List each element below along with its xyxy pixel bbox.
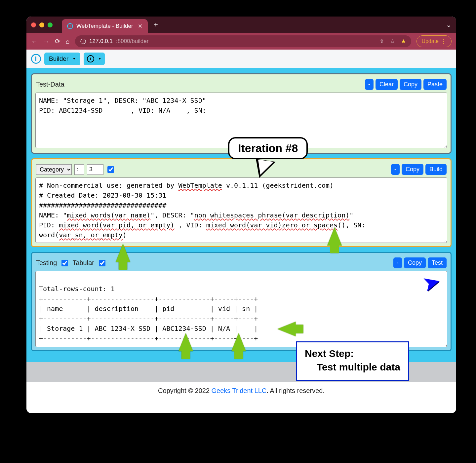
window-menu-chevron-icon[interactable]: ⌄	[446, 21, 452, 29]
testing-checkbox[interactable]	[61, 260, 68, 266]
kebab-icon[interactable]: ⋮	[441, 38, 447, 45]
template-panel: Category - Copy Build # Non-commercial u…	[31, 158, 452, 247]
footer-pre: Copyright © 2022	[158, 387, 212, 394]
testing-copy-button[interactable]: Copy	[404, 257, 426, 268]
footer: Copyright © 2022 Geeks Trident LLC. All …	[26, 382, 456, 405]
browser-tab[interactable]: WebTemplate - Builder ✕	[62, 19, 148, 33]
address-bar: ← → ⟳ ⌂ ⓘ 127.0.0.1:8000/builder ⇪ ☆ ★ U…	[26, 33, 456, 50]
bookmark-outline-icon[interactable]: ☆	[390, 38, 395, 45]
app-toolbar: Builder i	[26, 50, 456, 68]
url-field[interactable]: ⓘ 127.0.0.1:8000/builder ⇪ ☆ ★	[75, 35, 411, 47]
tab-favicon	[67, 23, 73, 29]
template-checkbox[interactable]	[107, 166, 114, 173]
main-stage: Test-Data - Clear Copy Paste Category	[26, 68, 456, 362]
builder-dropdown[interactable]: Builder	[44, 53, 80, 65]
url-path: :8000/builder	[116, 38, 148, 45]
share-icon[interactable]: ⇪	[379, 38, 384, 45]
colon-input[interactable]	[74, 164, 84, 175]
testing-collapse-button[interactable]: -	[393, 257, 402, 268]
testing-output[interactable]: Total-rows-count: 1 +-----------+-------…	[35, 271, 447, 347]
url-host: 127.0.0.1	[89, 38, 113, 45]
test-data-title: Test-Data	[36, 81, 64, 88]
tabular-checkbox[interactable]	[99, 260, 105, 266]
testing-title: Testing	[36, 259, 57, 267]
app-logo-icon	[31, 54, 41, 64]
builder-label: Builder	[49, 55, 68, 62]
test-data-textarea[interactable]	[35, 93, 447, 148]
gray-divider	[26, 362, 456, 382]
footer-post: . All rights reserved.	[266, 387, 325, 394]
testdata-copy-button[interactable]: Copy	[400, 79, 421, 90]
template-textarea[interactable]: # Non-commercial use: generated by WebTe…	[35, 177, 447, 243]
maximize-window-button[interactable]	[48, 22, 53, 27]
back-button[interactable]: ←	[31, 38, 38, 45]
category-select[interactable]: Category	[36, 164, 72, 175]
testdata-collapse-button[interactable]: -	[365, 79, 374, 90]
home-button[interactable]: ⌂	[66, 38, 70, 45]
test-data-panel: Test-Data - Clear Copy Paste	[31, 73, 452, 154]
close-window-button[interactable]	[31, 22, 36, 27]
update-button[interactable]: Update ⋮	[416, 35, 452, 47]
template-build-button[interactable]: Build	[425, 164, 447, 175]
testing-panel: Testing Tabular - Copy Test Total-rows-c…	[31, 252, 452, 351]
tab-title: WebTemplate - Builder	[76, 23, 133, 29]
tabular-label: Tabular	[72, 259, 94, 267]
template-copy-button[interactable]: Copy	[402, 164, 423, 175]
site-info-icon[interactable]: ⓘ	[80, 38, 86, 45]
footer-link[interactable]: Geeks Trident LLC	[212, 387, 267, 394]
minimize-window-button[interactable]	[39, 22, 44, 27]
browser-window: WebTemplate - Builder ✕ + ⌄ ← → ⟳ ⌂ ⓘ 12…	[26, 17, 456, 413]
traffic-lights	[31, 22, 53, 27]
info-icon: i	[87, 55, 94, 62]
update-label: Update	[421, 38, 439, 44]
bookmark-filled-icon[interactable]: ★	[401, 38, 406, 45]
num-input[interactable]	[87, 164, 103, 175]
reload-button[interactable]: ⟳	[55, 37, 60, 45]
new-tab-button[interactable]: +	[154, 20, 158, 29]
close-tab-icon[interactable]: ✕	[138, 23, 142, 30]
window-titlebar: WebTemplate - Builder ✕ + ⌄	[26, 17, 456, 33]
template-collapse-button[interactable]: -	[391, 164, 400, 175]
testdata-paste-button[interactable]: Paste	[423, 79, 447, 90]
info-dropdown[interactable]: i	[84, 53, 105, 65]
testing-test-button[interactable]: Test	[428, 257, 447, 268]
forward-button[interactable]: →	[43, 38, 50, 45]
testdata-clear-button[interactable]: Clear	[376, 79, 398, 90]
